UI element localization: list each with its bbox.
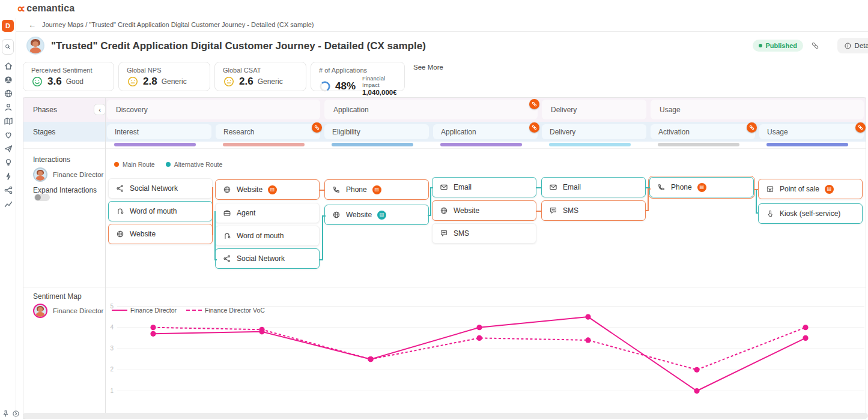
interaction-card-sms[interactable]: SMS [432, 223, 536, 244]
stage-cell-delivery[interactable]: Delivery [542, 124, 646, 139]
persona-avatar[interactable] [33, 167, 47, 182]
sentiment-chart: 54321 [105, 301, 868, 412]
linked-journey-badge[interactable] [529, 99, 539, 109]
interaction-label: Word of mouth [130, 207, 177, 215]
sentiment-persona-avatar[interactable] [33, 304, 47, 318]
sidebar-item-network[interactable] [4, 185, 13, 195]
interaction-card-sms[interactable]: SMS [541, 200, 646, 221]
person-icon [4, 103, 13, 112]
workspace-avatar[interactable]: D [2, 20, 14, 32]
phone-icon [657, 183, 666, 191]
metric-label: Global NPS [127, 67, 202, 74]
interaction-card-website[interactable]: Website [108, 224, 213, 244]
phases-label: Phases [33, 106, 57, 114]
survey-badge-icon[interactable]: ▤ [697, 183, 706, 192]
sidebar-search-button[interactable] [2, 39, 14, 55]
metric-value: 2.8 [143, 76, 157, 88]
cemantica-logo[interactable]: ∝ cemantica [17, 2, 74, 14]
voice-icon [223, 232, 231, 240]
survey-badge-icon[interactable]: ▤ [372, 185, 381, 194]
metric-qualifier: Good [66, 77, 83, 86]
interaction-label: Website [454, 206, 479, 215]
sidebar-item-globe[interactable] [4, 89, 13, 98]
detail-button[interactable]: Detail [837, 38, 868, 53]
interaction-label: Phone [346, 185, 367, 194]
sidebar-item-flow[interactable] [4, 172, 13, 181]
stage-progress-bar [658, 143, 739, 146]
sidebar-item-journeys[interactable] [4, 116, 13, 126]
horizontal-scrollbar[interactable] [23, 413, 868, 419]
linked-journey-badge[interactable] [855, 122, 866, 133]
globe-icon [116, 230, 124, 238]
survey-badge-icon[interactable]: ▤ [377, 211, 386, 220]
interaction-label: Website [130, 230, 156, 238]
linked-journey-badge[interactable] [747, 122, 757, 133]
sidebar-item-send[interactable] [4, 144, 13, 154]
sidebar-item-person[interactable] [4, 103, 13, 112]
collapse-panel-button[interactable]: ‹ [94, 104, 106, 115]
interaction-card-social-network[interactable]: Social Network [108, 178, 213, 199]
stage-cell-activation[interactable]: Activation [651, 124, 755, 139]
metric-card-global-nps[interactable]: Global NPS2.8Generic [118, 62, 210, 91]
route-connector-alt [428, 215, 431, 216]
survey-badge-icon[interactable]: ▤ [825, 185, 834, 194]
interaction-card-website[interactable]: Website [432, 200, 536, 221]
interaction-card-kiosk-self-service-[interactable]: Kiosk (self-service) [758, 203, 863, 224]
interaction-card-word-of-mouth[interactable]: Word of mouth [108, 201, 213, 221]
phase-cell-usage[interactable]: Usage [651, 100, 864, 119]
globe-icon [440, 206, 448, 215]
sidebar-item-analytics[interactable] [4, 199, 13, 209]
metric-label: Perceived Sentiment [31, 67, 106, 74]
back-button[interactable]: ← [28, 20, 36, 29]
stage-cell-research[interactable]: Research [216, 124, 320, 139]
share-link-button[interactable] [809, 40, 821, 52]
metric-card--of-applications[interactable]: # of Applications48%Financial Impact1,04… [311, 62, 405, 91]
breadcrumb[interactable]: Journey Maps / "Trusted" Credit Applicat… [42, 21, 314, 28]
svg-text:2: 2 [110, 366, 114, 373]
store-icon [766, 185, 774, 193]
phases-row: Phases ‹ DiscoveryApplicationDeliveryUsa… [23, 97, 866, 122]
interaction-card-agent[interactable]: Agent [215, 203, 320, 223]
interaction-card-phone[interactable]: Phone▤ [649, 177, 754, 197]
interaction-card-website[interactable]: Website▤ [215, 179, 320, 200]
persona-icon [4, 75, 13, 85]
phase-cell-discovery[interactable]: Discovery [107, 100, 320, 119]
sidebar-item-badge[interactable] [4, 130, 13, 140]
interaction-card-email[interactable]: Email [541, 177, 646, 197]
interaction-card-social-network[interactable]: Social Network [215, 248, 320, 269]
metric-card-global-csat[interactable]: Global CSAT2.6Generic [214, 62, 306, 91]
interaction-card-point-of-sale[interactable]: Point of sale▤ [758, 179, 863, 199]
see-more-link[interactable]: See More [413, 64, 443, 71]
phase-cell-delivery[interactable]: Delivery [542, 100, 646, 119]
stage-progress-bar [114, 143, 196, 146]
linked-journey-badge[interactable] [529, 122, 539, 133]
sidebar-item-idea[interactable] [4, 158, 13, 167]
sidebar-item-home[interactable] [4, 61, 13, 71]
phase-cell-application[interactable]: Application [324, 100, 538, 119]
interaction-label: Social Network [130, 184, 178, 193]
pin-button[interactable] [2, 410, 10, 418]
stage-cell-eligibility[interactable]: Eligibility [324, 124, 429, 139]
voice-icon [116, 207, 124, 215]
persona-name: Finance Director [53, 171, 103, 178]
interaction-card-word-of-mouth[interactable]: Word of mouth [215, 226, 320, 246]
survey-badge-icon[interactable]: ▤ [268, 185, 277, 194]
share-icon [116, 184, 124, 193]
stage-cell-application[interactable]: Application [433, 124, 538, 139]
stage-cell-usage[interactable]: Usage [759, 124, 864, 139]
logo-mark-icon: ∝ [17, 2, 25, 14]
stage-cell-interest[interactable]: Interest [107, 124, 211, 139]
metric-card-perceived-sentiment[interactable]: Perceived Sentiment3.6Good [23, 62, 114, 91]
interaction-card-website[interactable]: Website▤ [324, 205, 429, 225]
briefcase-icon [223, 209, 231, 217]
linked-journey-badge[interactable] [312, 122, 322, 133]
email-icon [440, 183, 448, 191]
expand-interactions-toggle[interactable] [34, 194, 50, 201]
interaction-card-phone[interactable]: Phone▤ [324, 179, 429, 200]
sidebar-item-persona[interactable] [4, 75, 13, 85]
route-connector-main [212, 187, 213, 235]
interaction-card-email[interactable]: Email [432, 177, 536, 197]
expand-circle-button[interactable] [12, 410, 20, 418]
route-connector-alt [536, 187, 541, 188]
breadcrumb-bar: ← Journey Maps / "Trusted" Credit Applic… [16, 18, 868, 32]
